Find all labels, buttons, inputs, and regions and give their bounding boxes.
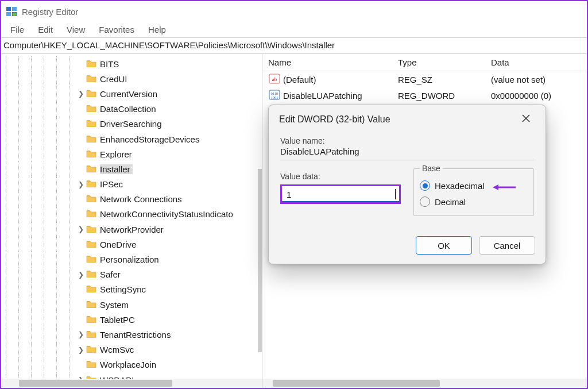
list-header[interactable]: Name Type Data [262,54,587,71]
ok-button[interactable]: OK [416,236,472,255]
tree-item-label: EnhancedStorageDevices [100,134,202,144]
folder-icon [86,134,100,144]
tree-item[interactable]: ❯WcmSvc [1,342,262,357]
tree-item[interactable]: ❯NetworkProvider [1,222,262,237]
menu-view[interactable]: View [61,24,91,36]
annotation-arrow-icon [493,183,516,188]
folder-icon [86,149,100,159]
folder-icon [86,284,100,294]
registry-editor-window: Registry Editor File Edit View Favorites… [0,0,588,389]
window-title: Registry Editor [22,7,78,17]
tree-item[interactable]: NetworkConnectivityStatusIndicato [1,207,262,222]
tree-item-label: BITS [100,59,121,69]
value-data-label: Value data: [280,172,401,181]
string-value-icon: ab [268,72,283,87]
tree-item[interactable]: EnhancedStorageDevices [1,132,262,147]
radio-dot-icon [420,180,430,191]
tree-horizontal-scrollbar[interactable] [1,379,262,388]
list-row[interactable]: ab(Default)REG_SZ(value not set) [262,71,587,87]
folder-icon [86,89,100,99]
svg-text:ab: ab [272,76,277,82]
value-type: REG_SZ [392,75,485,84]
tree-item[interactable]: BITS [1,56,262,71]
value-type: REG_DWORD [392,91,485,101]
folder-icon [86,360,100,369]
tree-item[interactable]: SettingSync [1,282,262,297]
radio-decimal[interactable]: Decimal [420,194,528,210]
tree-item[interactable]: DataCollection [1,102,262,117]
base-fieldset: Base Hexadecimal [413,164,534,216]
tree-item[interactable]: ❯TenantRestrictions [1,327,262,342]
tree-item[interactable]: DriverSearching [1,117,262,132]
tree-item-label: NetworkConnectivityStatusIndicato [100,209,235,219]
radio-decimal-label: Decimal [435,197,466,207]
chevron-right-icon[interactable]: ❯ [77,346,85,354]
tree-item[interactable]: CredUI [1,71,262,86]
tree-item[interactable]: ❯IPSec [1,177,262,192]
value-name: (Default) [283,75,316,84]
tree-item[interactable]: TabletPC [1,312,262,327]
folder-icon [86,330,100,340]
menu-file[interactable]: File [5,24,30,36]
svg-rect-1 [12,7,17,11]
folder-icon [86,179,100,189]
tree-item[interactable]: Installer [1,161,262,176]
menu-edit[interactable]: Edit [32,24,59,36]
menu-favorites[interactable]: Favorites [93,24,140,36]
folder-icon [86,345,100,355]
value-name-label: Value name: [280,136,534,145]
folder-icon [86,315,100,325]
folder-icon [86,255,100,264]
list-horizontal-scrollbar[interactable] [262,379,587,388]
tree-item-label: TabletPC [100,315,137,325]
tree-item[interactable]: Personalization [1,252,262,267]
tree-item-label: DriverSearching [100,119,164,129]
chevron-right-icon[interactable]: ❯ [77,180,85,188]
tree-item[interactable]: System [1,297,262,312]
radio-hexadecimal[interactable]: Hexadecimal [420,178,528,194]
tree-item[interactable]: ❯CurrentVersion [1,86,262,101]
cancel-button[interactable]: Cancel [479,236,535,255]
edit-dword-dialog: Edit DWORD (32-bit) Value Value name: Di… [268,105,546,264]
folder-icon [86,300,100,310]
tree-item-label: System [100,300,131,310]
folder-icon [86,375,100,379]
tree-item-label: Network Connections [100,194,184,204]
folder-icon [86,104,100,114]
value-data-input[interactable] [285,189,395,200]
chevron-right-icon[interactable]: ❯ [77,271,85,279]
chevron-right-icon[interactable]: ❯ [77,225,85,233]
tree-viewport[interactable]: BITSCredUI❯CurrentVersionDataCollectionD… [1,54,262,379]
col-header-data[interactable]: Data [485,57,587,67]
value-data: (value not set) [485,75,587,84]
chevron-right-icon[interactable]: ❯ [77,90,85,98]
folder-icon [86,164,100,174]
regedit-app-icon [6,6,17,17]
menu-help[interactable]: Help [142,24,172,36]
tree-item-label: TenantRestrictions [100,330,173,340]
dialog-close-button[interactable] [514,111,537,128]
folder-icon [86,119,100,129]
list-row[interactable]: 01101001DisableLUAPatchingREG_DWORD0x000… [262,87,587,103]
value-name-field: DisableLUAPatching [280,147,534,160]
text-caret [395,189,396,199]
tree-item[interactable]: WorkplaceJoin [1,357,262,372]
tree-item-label: WcmSvc [100,345,136,355]
tree-item[interactable]: Explorer [1,147,262,161]
folder-icon [86,59,100,69]
tree-item-label: WorkplaceJoin [100,360,158,369]
titlebar[interactable]: Registry Editor [1,1,587,22]
tree-item[interactable]: ❯Safer [1,267,262,282]
radio-hexadecimal-label: Hexadecimal [435,181,485,191]
tree-item[interactable]: OneDrive [1,237,262,252]
col-header-type[interactable]: Type [392,57,485,67]
menubar: File Edit View Favorites Help [1,22,587,38]
address-bar[interactable]: Computer\HKEY_LOCAL_MACHINE\SOFTWARE\Pol… [1,38,587,54]
chevron-right-icon[interactable]: ❯ [77,376,85,379]
col-header-name[interactable]: Name [262,57,392,67]
tree-item[interactable]: Network Connections [1,192,262,207]
tree-item[interactable]: ❯WSDAPI [1,372,262,379]
tree-vertical-scrollbar[interactable] [258,169,262,352]
chevron-right-icon[interactable]: ❯ [77,330,85,338]
folder-icon [86,269,100,279]
